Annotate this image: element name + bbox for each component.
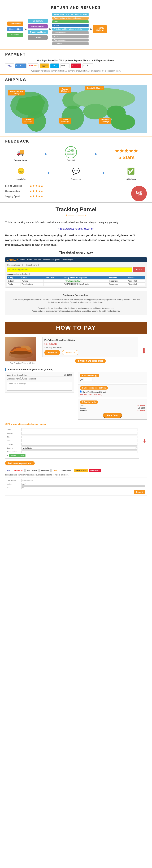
add-to-cart-btn[interactable]: Add to Cart	[62, 350, 78, 355]
detail-query-title: The detail query way	[5, 250, 147, 254]
contact-us-label: Contact us	[71, 178, 81, 181]
step1-arrow: ⬇	[141, 347, 147, 355]
pay-step-2: 2. Review and confirm your order (1 item…	[5, 368, 147, 420]
feedback-title: FEEDBACK	[5, 139, 147, 144]
city-label: City:	[7, 436, 21, 438]
tracking-divider: ✦ ─── ✦ ─── ✦	[5, 214, 147, 217]
product-image-area: Free Shipping | Ships in 3-7 days	[5, 337, 40, 364]
track-input[interactable]	[7, 267, 132, 272]
submit-payment-btn[interactable]: Submit	[134, 490, 145, 494]
state-label: State:	[7, 440, 21, 441]
russia-label: Russia 15-35days	[85, 86, 104, 90]
payment-wu[interactable]: Western Union	[74, 469, 88, 472]
city-input[interactable]	[22, 436, 138, 438]
delivery-radio[interactable]	[80, 391, 82, 393]
nav-trade[interactable]: Trade Freight	[62, 259, 73, 261]
cell-group2: Yuntu	[7, 283, 21, 286]
card-expiry-input[interactable]	[22, 483, 145, 486]
cell-group: 17track	[7, 279, 21, 283]
track-search-btn[interactable]: Search	[133, 267, 145, 272]
extra-equipment-checkbox[interactable]	[20, 377, 23, 379]
payment-qiwi[interactable]: QIWI	[51, 469, 58, 472]
col-query: Query results are displayed	[63, 276, 108, 279]
address-input[interactable]	[22, 432, 138, 435]
cell-schedule: Responding	[108, 279, 127, 283]
payment-wire[interactable]: Wire Transfer	[26, 469, 38, 472]
satisfaction-text4: Please contact us before you leaving the…	[10, 310, 142, 312]
arrow-2: ➤	[48, 27, 51, 31]
card-cvv-input[interactable]	[22, 487, 145, 489]
rating-described-label: Item as Described:	[5, 185, 28, 187]
place-order-btn[interactable]: Place Order	[103, 413, 122, 418]
choose-delivery-box: ④ Choose express delivery China Post Reg…	[78, 384, 147, 397]
payment-visa[interactable]: VISA	[5, 469, 12, 472]
tracking-link[interactable]: https://www.17track.net/zh-cn	[5, 227, 147, 230]
phone-input[interactable]	[22, 451, 138, 453]
reason-received-but: Received but	[7, 27, 23, 31]
ratings-container: Item as Described: ★★★★★ Communication: …	[5, 184, 66, 198]
thank-you-text: THANK	[136, 191, 142, 193]
zip-label: Zip Code:	[7, 443, 21, 445]
solve-label: 100% Solve	[125, 178, 137, 181]
card-number-input[interactable]	[22, 479, 145, 482]
status-others: Others	[28, 35, 48, 39]
cell-remark: View detail	[127, 279, 145, 283]
bank-transfer-icon: Bank Transfer	[15, 63, 27, 68]
satisfied-item: 100% Satisfaction Guarantee Satisfied	[65, 146, 77, 162]
delivery-icon: 🚚	[14, 146, 26, 158]
listing-title: Men's Dress Shoes Formal Oxford	[44, 339, 75, 341]
reason-column: Not received Received but Received	[7, 22, 23, 37]
form-country: Country: United States	[7, 446, 138, 450]
receive-items-item: 🚚 Receive items	[14, 146, 27, 162]
payment-webmoney[interactable]: WebMoney	[39, 469, 50, 472]
rating-communication: Communication: ★★★★★	[5, 189, 66, 193]
step2-left: Men's Dress Shoes Oxford US $14.90 Extra…	[5, 372, 74, 394]
nav-postal[interactable]: Postal Shipments	[27, 259, 41, 261]
nav-home[interactable]: Home	[20, 259, 25, 261]
total-label: Total:	[80, 405, 84, 407]
payment-mc[interactable]: MasterCard	[13, 469, 25, 472]
webmoney-icon: WebMoney	[60, 63, 70, 68]
cell-schedule2: Responding	[108, 283, 127, 286]
submit-btn-area: Submit	[7, 490, 145, 494]
solve-icon: ✅	[125, 165, 137, 177]
state-input[interactable]	[22, 439, 138, 442]
contact-wrong: Wrong address	[52, 38, 88, 41]
address-note: ① Fill in your address and telephone num…	[5, 423, 139, 425]
unsatisfied-label: Unsatisfied	[16, 178, 26, 181]
payment-support-note: We support the following payment methods…	[5, 70, 147, 72]
name-label: Name:	[7, 429, 21, 431]
visa-icon: VISA	[5, 63, 14, 68]
fill-qty-badge: ③ Fill in order qty	[80, 374, 99, 377]
payment-yandex[interactable]: Yandex.Money	[59, 469, 73, 472]
zip-input[interactable]	[22, 443, 138, 446]
buy-now-btn[interactable]: Buy Now	[44, 350, 60, 355]
total-row: Total: US $14.90	[80, 405, 145, 407]
unsatisfied-icon: 😞	[15, 165, 27, 177]
track-input-row: Search	[7, 267, 145, 272]
country-select[interactable]: United States	[22, 446, 138, 450]
payment-mg[interactable]: MoneyGram	[89, 469, 101, 472]
order-summary: Men's Dress Shoes Oxford US $14.90 Extra…	[5, 372, 74, 393]
nav-international[interactable]: International Express	[43, 259, 60, 261]
feedback-arrow-1: ➤	[44, 152, 47, 156]
guarantee-badge: 100% Satisfaction Guarantee	[65, 146, 77, 158]
unsatisfied-item: 😞 Unsatisfied	[15, 165, 27, 181]
svg-point-6	[73, 88, 135, 109]
contact-product: And other problem with our products	[52, 28, 88, 31]
payment-submit-note: Fill in the card payment method and subm…	[5, 474, 147, 476]
listing-header: Men's Dress Shoes Formal Oxford	[44, 339, 137, 341]
leave-message-input[interactable]	[7, 382, 72, 391]
contact-color: Color difference	[52, 31, 88, 34]
discount-value: - US $0.00	[137, 407, 145, 409]
name-input[interactable]	[22, 428, 138, 431]
qty-input[interactable]	[84, 378, 93, 381]
five-stars-text: 5 Stars	[118, 155, 135, 160]
western-union-icon: WESTERNUNION	[40, 63, 49, 68]
save-address-btn[interactable]: Save & Continue	[9, 454, 26, 457]
cell-remark2: View detail	[127, 283, 145, 286]
europe-label: Europe10-35days	[59, 87, 71, 93]
result-column: Resend/Refund	[93, 25, 107, 33]
receive-items-label: Receive items	[14, 159, 27, 162]
card-cvv-label: CVV:	[7, 487, 21, 489]
